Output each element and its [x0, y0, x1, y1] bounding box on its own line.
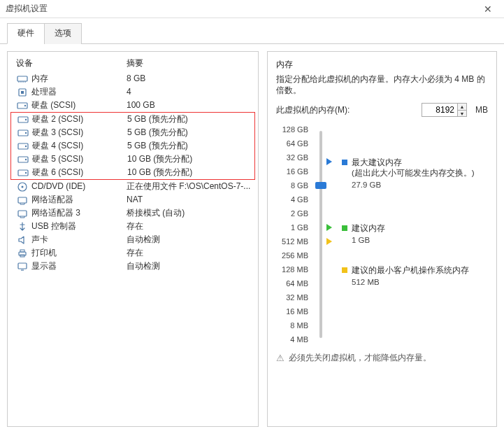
legend-rec-value: 1 GB: [352, 235, 385, 246]
slider-track: [319, 131, 322, 338]
device-row[interactable]: 硬盘 3 (SCSI)5 GB (预先分配): [11, 126, 254, 139]
tick-label: 8 GB: [291, 181, 308, 190]
device-row[interactable]: 内存8 GB: [8, 72, 258, 85]
device-name: CD/DVD (IDE): [31, 181, 127, 192]
spinner-down-icon[interactable]: ▼: [458, 110, 466, 116]
memory-panel: 内存 指定分配给此虚拟机的内存量。内存大小必须为 4 MB 的倍数。 此虚拟机的…: [267, 51, 497, 427]
device-summary: 存在: [127, 247, 252, 259]
device-name: 打印机: [31, 247, 127, 259]
disk-icon: [17, 128, 29, 138]
window-title: 虚拟机设置: [6, 3, 477, 15]
tab-hardware[interactable]: 硬件: [7, 23, 45, 44]
disk-icon: [17, 115, 29, 125]
legend-rec: 建议内存 1 GB: [342, 223, 385, 246]
device-row[interactable]: CD/DVD (IDE)正在使用文件 F:\OS\CentOS-7-...: [8, 180, 258, 193]
highlighted-disk-group: 硬盘 2 (SCSI)5 GB (预先分配)硬盘 3 (SCSI)5 GB (预…: [10, 112, 255, 180]
close-icon[interactable]: ✕: [477, 3, 498, 15]
group-title: 内存: [276, 59, 488, 71]
device-name: 硬盘 5 (SCSI): [32, 153, 127, 165]
tab-options[interactable]: 选项: [44, 23, 82, 44]
device-name: 硬盘 2 (SCSI): [32, 113, 127, 125]
memory-icon: [16, 74, 29, 84]
device-row[interactable]: 显示器自动检测: [8, 260, 258, 273]
tick-label: 64 GB: [287, 139, 308, 148]
tab-strip: 硬件 选项: [0, 18, 504, 44]
legend-min-value: 512 MB: [352, 277, 469, 288]
memory-warning: ⚠ 必须先关闭虚拟机，才能降低内存量。: [276, 352, 488, 364]
device-row[interactable]: 硬盘 2 (SCSI)5 GB (预先分配): [11, 113, 254, 126]
usb-icon: [16, 222, 29, 232]
tick-label: 256 MB: [282, 251, 308, 260]
device-summary: 4: [127, 86, 252, 98]
spinner-up-icon[interactable]: ▲: [458, 104, 466, 110]
device-summary: 桥接模式 (自动): [127, 207, 252, 219]
device-name: 硬盘 4 (SCSI): [32, 140, 127, 152]
device-row[interactable]: USB 控制器存在: [8, 220, 258, 233]
device-name: 声卡: [31, 234, 127, 246]
disk-icon: [17, 168, 29, 178]
device-name: 硬盘 (SCSI): [31, 99, 127, 111]
warning-text: 必须先关闭虚拟机，才能降低内存量。: [289, 352, 431, 364]
nic-icon: [16, 195, 29, 205]
device-summary: 5 GB (预先分配): [127, 113, 249, 125]
tick-label: 8 MB: [290, 321, 308, 330]
tick-label: 32 GB: [287, 153, 308, 162]
legend-blue-icon: [342, 160, 347, 165]
col-summary: 摘要: [127, 57, 252, 69]
memory-spinner[interactable]: ▲ ▼: [422, 103, 467, 117]
tick-label: 128 MB: [282, 265, 308, 274]
device-row[interactable]: 硬盘 6 (SCSI)10 GB (预先分配): [11, 166, 254, 179]
legend-rec-title: 建议内存: [352, 223, 385, 234]
device-summary: 10 GB (预先分配): [127, 153, 249, 165]
legend-min: 建议的最小客户机操作系统内存 512 MB: [342, 265, 469, 288]
legend-max-title: 最大建议内存: [352, 157, 475, 168]
legend-green-icon: [342, 225, 347, 231]
tick-label: 16 MB: [286, 307, 308, 316]
legend-max-sub: (超出此大小可能发生内存交换。): [352, 168, 475, 178]
memory-input[interactable]: [422, 103, 458, 117]
device-name: 网络适配器: [31, 194, 127, 206]
device-row[interactable]: 网络适配器 3桥接模式 (自动): [8, 206, 258, 220]
device-summary: 8 GB: [127, 73, 252, 85]
memory-desc: 指定分配给此虚拟机的内存量。内存大小必须为 4 MB 的倍数。: [276, 73, 488, 96]
tick-label: 16 GB: [287, 167, 308, 176]
device-summary: 10 GB (预先分配): [127, 167, 249, 178]
memory-unit: MB: [475, 105, 488, 115]
memory-label: 此虚拟机的内存(M):: [276, 104, 350, 116]
device-row[interactable]: 硬盘 5 (SCSI)10 GB (预先分配): [11, 153, 254, 166]
cpu-icon: [16, 87, 29, 97]
device-row[interactable]: 硬盘 4 (SCSI)5 GB (预先分配): [11, 139, 254, 153]
device-summary: NAT: [127, 194, 252, 206]
tick-label: 1 GB: [291, 223, 308, 232]
device-name: 硬盘 3 (SCSI): [32, 127, 127, 139]
device-row[interactable]: 处理器4: [8, 85, 258, 99]
tick-label: 32 MB: [286, 293, 308, 302]
device-row[interactable]: 打印机存在: [8, 246, 258, 260]
legend-yellow-icon: [342, 267, 347, 273]
titlebar: 虚拟机设置 ✕: [0, 0, 504, 18]
device-row[interactable]: 网络适配器NAT: [8, 193, 258, 206]
sound-icon: [16, 235, 29, 245]
slider-track-col: [312, 129, 331, 339]
tick-label: 128 GB: [282, 125, 308, 134]
device-summary: 自动检测: [127, 260, 252, 272]
tick-label: 512 MB: [282, 237, 308, 246]
device-summary: 5 GB (预先分配): [127, 127, 249, 139]
device-name: 网络适配器 3: [31, 207, 127, 219]
cd-icon: [16, 182, 29, 192]
tick-label: 4 MB: [290, 335, 308, 344]
device-summary: 存在: [127, 220, 252, 232]
device-name: USB 控制器: [31, 220, 127, 232]
device-summary: 自动检测: [127, 234, 252, 246]
device-summary: 5 GB (预先分配): [127, 140, 249, 152]
device-row[interactable]: 硬盘 (SCSI)100 GB: [8, 99, 258, 112]
device-name: 显示器: [31, 260, 127, 272]
tick-label: 2 GB: [291, 209, 308, 218]
slider-ticks: 128 GB64 GB32 GB16 GB8 GB4 GB2 GB1 GB512…: [276, 129, 312, 339]
printer-icon: [16, 248, 29, 258]
slider-thumb[interactable]: [315, 182, 326, 189]
device-row[interactable]: 声卡自动检测: [8, 233, 258, 246]
device-summary: 正在使用文件 F:\OS\CentOS-7-...: [127, 181, 252, 192]
tick-label: 4 GB: [291, 195, 308, 204]
device-header-row: 设备 摘要: [8, 55, 258, 72]
